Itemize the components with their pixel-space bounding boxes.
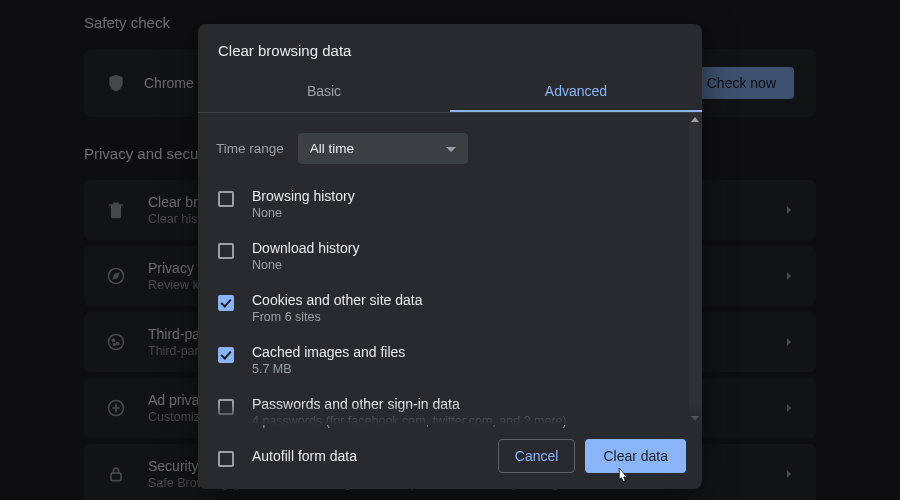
tab-basic[interactable]: Basic (198, 71, 450, 112)
time-range-select[interactable]: All time (298, 133, 468, 164)
scrollbar[interactable] (689, 113, 702, 425)
fade (198, 403, 702, 425)
item-cookies[interactable]: Cookies and other site dataFrom 6 sites (216, 282, 684, 334)
item-title: Autofill form data (252, 448, 357, 464)
item-download-history[interactable]: Download historyNone (216, 230, 684, 282)
chevron-down-icon (446, 147, 456, 152)
item-title: Cached images and files (252, 344, 405, 360)
time-range-label: Time range (216, 141, 284, 156)
checkbox[interactable] (218, 347, 234, 363)
item-sub: 5.7 MB (252, 362, 405, 376)
item-title: Cookies and other site data (252, 292, 422, 308)
checkbox[interactable] (218, 191, 234, 207)
item-autofill[interactable]: Autofill form data (216, 438, 684, 477)
item-cached[interactable]: Cached images and files5.7 MB (216, 334, 684, 386)
item-sub: None (252, 258, 359, 272)
checkbox[interactable] (218, 243, 234, 259)
item-sub: None (252, 206, 355, 220)
clear-browsing-data-dialog: Clear browsing data Basic Advanced Time … (198, 24, 702, 489)
scroll-up-icon[interactable] (691, 117, 699, 122)
item-title: Download history (252, 240, 359, 256)
dialog-body: Time range All time Browsing historyNone… (198, 113, 702, 425)
dialog-title: Clear browsing data (198, 24, 702, 71)
item-sub: From 6 sites (252, 310, 422, 324)
item-title: Browsing history (252, 188, 355, 204)
checkbox[interactable] (218, 451, 234, 467)
checkbox[interactable] (218, 295, 234, 311)
tab-advanced[interactable]: Advanced (450, 71, 702, 112)
item-browsing-history[interactable]: Browsing historyNone (216, 178, 684, 230)
time-range-value: All time (310, 141, 354, 156)
dialog-tabs: Basic Advanced (198, 71, 702, 113)
